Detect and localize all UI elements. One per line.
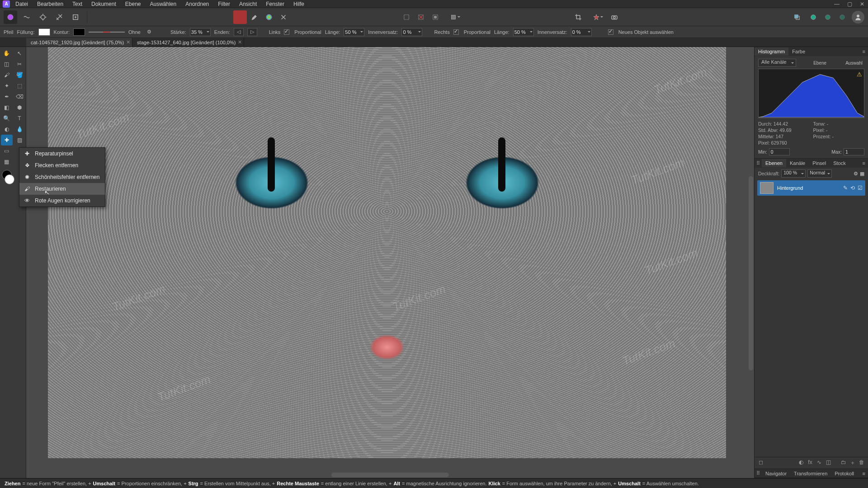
stroke-swatch[interactable] <box>73 28 85 36</box>
tab-navigator[interactable]: Navigator <box>762 469 790 478</box>
flyout-patch[interactable]: ❖Flecken entfernen <box>19 160 105 171</box>
right-proportional-checkbox[interactable] <box>453 29 459 35</box>
toolbar-autolevels-icon[interactable] <box>277 10 290 24</box>
gradient-tool-icon[interactable]: ◧ <box>1 102 13 113</box>
document-tab-1[interactable]: cat-1045782_1920.jpg [Geändert] (75,0%) … <box>26 38 132 47</box>
end-cap-end-button[interactable]: ▷ <box>247 28 257 36</box>
camera-icon[interactable] <box>608 10 621 24</box>
zoom-tool-icon[interactable]: 🔍 <box>1 113 13 124</box>
menu-edit[interactable]: Bearbeiten <box>36 0 64 8</box>
menu-layer[interactable]: Ebene <box>124 0 142 8</box>
blur-tool-icon[interactable]: 💧 <box>14 124 25 135</box>
account-avatar-icon[interactable] <box>852 11 864 23</box>
opacity-select[interactable]: 100 % <box>781 169 806 178</box>
toolbar-colorwheel-icon[interactable] <box>262 10 276 24</box>
select-all-icon[interactable] <box>400 10 413 24</box>
horizontal-scrollbar[interactable] <box>331 473 449 477</box>
persona-develop-icon[interactable] <box>36 10 50 24</box>
view-tool-icon[interactable]: ◫ <box>1 59 13 70</box>
text-tool-icon[interactable]: T <box>14 113 25 124</box>
blendmode-select[interactable]: Normal <box>807 169 832 178</box>
flyout-inpaint[interactable]: 🖌Restaurieren <box>19 183 105 195</box>
left-proportional-checkbox[interactable] <box>284 29 289 35</box>
layer-mask2-icon[interactable]: ◫ <box>825 459 832 467</box>
tab-color[interactable]: Farbe <box>788 47 809 56</box>
flyout-healing-brush[interactable]: ✚Reparaturpinsel <box>19 148 105 160</box>
layer-curve-icon[interactable]: ∿ <box>816 459 823 467</box>
new-object-checkbox[interactable] <box>608 29 613 35</box>
align-left-icon[interactable] <box>731 10 744 24</box>
selection-brush-tool-icon[interactable]: ✦ <box>1 80 13 91</box>
snap-icon[interactable] <box>807 10 820 24</box>
align-center-icon[interactable] <box>745 10 759 24</box>
inset-left-input[interactable] <box>401 28 422 36</box>
layer-group-icon[interactable]: 🗀 <box>840 459 847 467</box>
bottom-panel-menu-icon[interactable]: ≡ <box>860 469 868 478</box>
window-close-icon[interactable]: ✕ <box>859 1 865 7</box>
persona-photo-icon[interactable] <box>4 10 17 24</box>
tab-brushes[interactable]: Pinsel <box>809 159 830 167</box>
layer-row[interactable]: Hintergrund ✎ ⟲ ☑ <box>757 180 865 196</box>
align-more-icon[interactable] <box>774 10 788 24</box>
toolbar-brush-icon[interactable] <box>248 10 261 24</box>
shape-tool-icon[interactable]: ▭ <box>1 145 13 156</box>
tab-transform[interactable]: Transformieren <box>790 469 831 478</box>
menu-document[interactable]: Dokument <box>90 0 117 8</box>
align-right-icon[interactable] <box>760 10 773 24</box>
histogram-channel-select[interactable]: Alle Kanäle <box>758 59 796 67</box>
flyout-redeye[interactable]: 👁Rote Augen korrigieren <box>19 195 105 206</box>
document-tab-1-close-icon[interactable]: ✕ <box>126 39 130 45</box>
layer-delete-icon[interactable]: 🗑 <box>858 459 865 467</box>
document-tab-2-close-icon[interactable]: ✕ <box>238 39 242 45</box>
marquee-tool-icon[interactable]: ⬚ <box>14 80 25 91</box>
canvas-viewport[interactable]: TutKit.com TutKit.com TutKit.com TutKit.… <box>26 47 754 478</box>
vertical-scrollbar[interactable] <box>749 176 753 371</box>
tab-stock[interactable]: Stock <box>830 159 849 167</box>
menu-arrange[interactable]: Anordnen <box>184 0 210 8</box>
layer-visible-icon[interactable]: ☑ <box>858 185 863 191</box>
layer-link-icon[interactable]: ⟲ <box>850 185 855 191</box>
tab-histogram[interactable]: Histogramm <box>755 47 788 56</box>
menu-select[interactable]: Auswählen <box>149 0 177 8</box>
layer-mask-icon[interactable]: ◻ <box>757 459 764 467</box>
hist-max-input[interactable] <box>844 148 864 155</box>
arrange-icon[interactable] <box>790 10 804 24</box>
histogram-layer-button[interactable]: Ebene <box>811 60 828 66</box>
window-minimize-icon[interactable]: — <box>834 1 840 7</box>
length-right-input[interactable] <box>513 28 534 36</box>
menu-help[interactable]: Hilfe <box>292 0 305 8</box>
menu-file[interactable]: Datei <box>14 0 29 8</box>
grid-tool-icon[interactable]: ▦ <box>1 156 13 167</box>
invert-select-icon[interactable] <box>429 10 442 24</box>
clone-tool-icon[interactable]: ⬢ <box>14 102 25 113</box>
layers-menu-icon[interactable]: ≡ <box>860 159 868 167</box>
persona-tonemap-icon[interactable] <box>52 10 66 24</box>
menu-view[interactable]: Ansicht <box>238 0 258 8</box>
toolbar-swatch-red-icon[interactable] <box>233 10 247 24</box>
layer-fx2-icon[interactable]: fx <box>807 459 814 467</box>
healing-tool-icon[interactable]: ✚ <box>1 135 13 145</box>
dodge-tool-icon[interactable]: ◐ <box>1 124 13 135</box>
layer-edit-icon[interactable]: ✎ <box>843 185 848 191</box>
layer-lock-icon[interactable]: ▦ <box>860 171 864 176</box>
stroke-width-slider[interactable] <box>89 32 125 33</box>
menu-text[interactable]: Text <box>71 0 83 8</box>
tab-layers[interactable]: Ebenen <box>762 159 786 167</box>
snap3-icon[interactable] <box>835 10 849 24</box>
snap2-icon[interactable] <box>821 10 835 24</box>
document-tab-2[interactable]: stage-1531427_640.jpg [Geändert] (100,0%… <box>132 38 244 47</box>
mesh-tool-icon[interactable]: ▨ <box>14 135 25 145</box>
layer-adjust-icon[interactable]: ◐ <box>797 459 805 467</box>
canvas[interactable]: TutKit.com TutKit.com TutKit.com TutKit.… <box>48 47 726 458</box>
tab-channels[interactable]: Kanäle <box>786 159 809 167</box>
window-maximize-icon[interactable]: ▢ <box>846 1 853 7</box>
length-left-input[interactable] <box>344 28 364 36</box>
bottom-panel-handle-icon[interactable]: ⠿ <box>755 469 762 478</box>
strength-input[interactable] <box>190 28 211 36</box>
menu-window[interactable]: Fenster <box>265 0 285 8</box>
end-cap-start-button[interactable]: ◁ <box>234 28 244 36</box>
tab-history[interactable]: Protokoll <box>831 469 858 478</box>
histogram-selection-button[interactable]: Auswahl <box>844 60 864 66</box>
crop-icon[interactable] <box>571 10 585 24</box>
stroke-settings-icon[interactable]: ⚙ <box>144 27 154 37</box>
